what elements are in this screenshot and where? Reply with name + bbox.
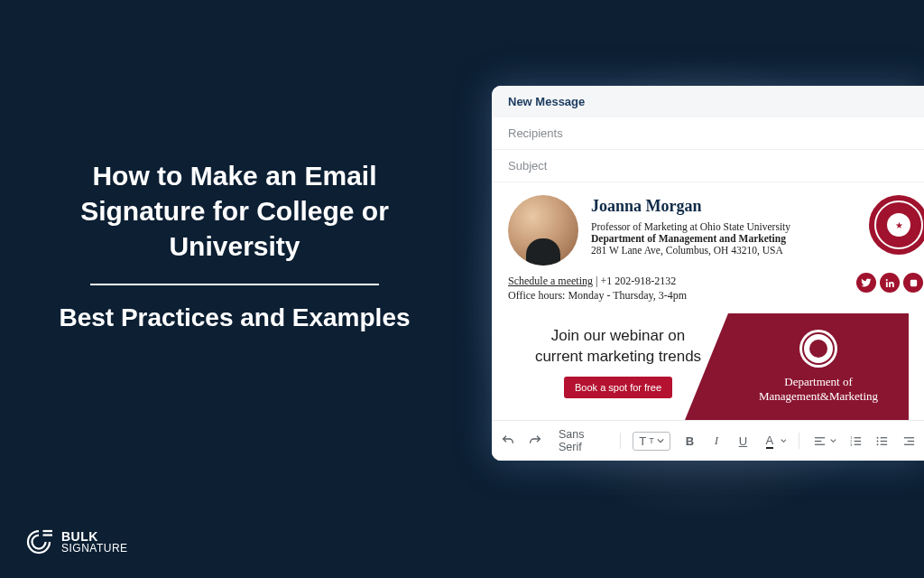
underline-icon[interactable]: U bbox=[736, 432, 750, 450]
chevron-down-icon[interactable] bbox=[781, 437, 787, 444]
avatar bbox=[508, 195, 578, 266]
email-compose-window: New Message Recipients Subject Joanna Mo… bbox=[492, 86, 924, 461]
subject-field[interactable]: Subject bbox=[492, 150, 924, 182]
italic-icon[interactable]: I bbox=[709, 432, 723, 450]
page-headline: How to Make an Email Signature for Colle… bbox=[54, 158, 415, 264]
banner-line2: current marketing trends bbox=[535, 348, 701, 365]
numbered-list-icon[interactable]: 123 bbox=[849, 432, 863, 450]
bold-icon[interactable]: B bbox=[683, 432, 697, 450]
office-hours: Office hours: Monday - Thursday, 3-4pm bbox=[508, 289, 909, 303]
brand-name-top: BULK bbox=[61, 530, 128, 543]
email-signature-block: Joanna Morgan Professor of Marketing at … bbox=[492, 182, 924, 420]
indent-icon[interactable] bbox=[902, 432, 916, 450]
signature-phone: +1 202-918-2132 bbox=[600, 275, 676, 287]
banner-dept-line2: Management&Marketing bbox=[759, 389, 878, 404]
chevron-down-icon bbox=[657, 437, 664, 444]
dept-seal-icon bbox=[799, 330, 837, 368]
undo-icon[interactable] bbox=[501, 432, 515, 450]
recipients-field[interactable]: Recipients bbox=[492, 117, 924, 150]
svg-point-16 bbox=[877, 440, 879, 442]
svg-point-15 bbox=[877, 436, 879, 438]
linkedin-icon[interactable] bbox=[880, 273, 900, 293]
headline-divider bbox=[90, 284, 379, 285]
signature-name: Joanna Morgan bbox=[591, 197, 847, 216]
chevron-down-icon[interactable] bbox=[830, 437, 836, 444]
university-seal-icon: ★ bbox=[869, 195, 924, 255]
webinar-banner: Join our webinar on current marketing tr… bbox=[508, 313, 909, 420]
svg-point-17 bbox=[877, 443, 879, 445]
signature-address: 281 W Lane Ave, Columbus, OH 43210, USA bbox=[591, 245, 847, 256]
banner-line1: Join our webinar on bbox=[551, 327, 685, 344]
bullet-list-icon[interactable] bbox=[875, 432, 889, 450]
signature-role: Professor of Marketing at Ohio State Uni… bbox=[591, 221, 847, 232]
brand-name-bottom: SIGNATURE bbox=[61, 543, 128, 554]
twitter-icon[interactable] bbox=[856, 273, 876, 293]
font-size-select[interactable]: TT bbox=[633, 432, 670, 451]
brand-logo-block: BULK SIGNATURE bbox=[25, 528, 128, 555]
schedule-meeting-link[interactable]: Schedule a meeting bbox=[508, 275, 593, 287]
align-icon[interactable] bbox=[812, 432, 826, 450]
redo-icon[interactable] bbox=[528, 432, 542, 450]
book-spot-button[interactable]: Book a spot for free bbox=[564, 377, 672, 398]
svg-text:3: 3 bbox=[850, 443, 852, 446]
email-window-title: New Message bbox=[492, 86, 924, 117]
text-color-icon[interactable]: A bbox=[762, 432, 776, 450]
font-family-select[interactable]: Sans Serif bbox=[555, 428, 607, 453]
social-icon[interactable] bbox=[903, 273, 923, 293]
page-subtitle: Best Practices and Examples bbox=[54, 302, 415, 334]
banner-dept-line1: Department of bbox=[784, 375, 852, 389]
compose-toolbar: Sans Serif TT B I U A 123 bbox=[492, 420, 924, 461]
signature-department: Department of Management and Marketing bbox=[591, 233, 847, 244]
bulk-signature-logo-icon bbox=[25, 528, 52, 555]
svg-rect-2 bbox=[910, 279, 916, 285]
